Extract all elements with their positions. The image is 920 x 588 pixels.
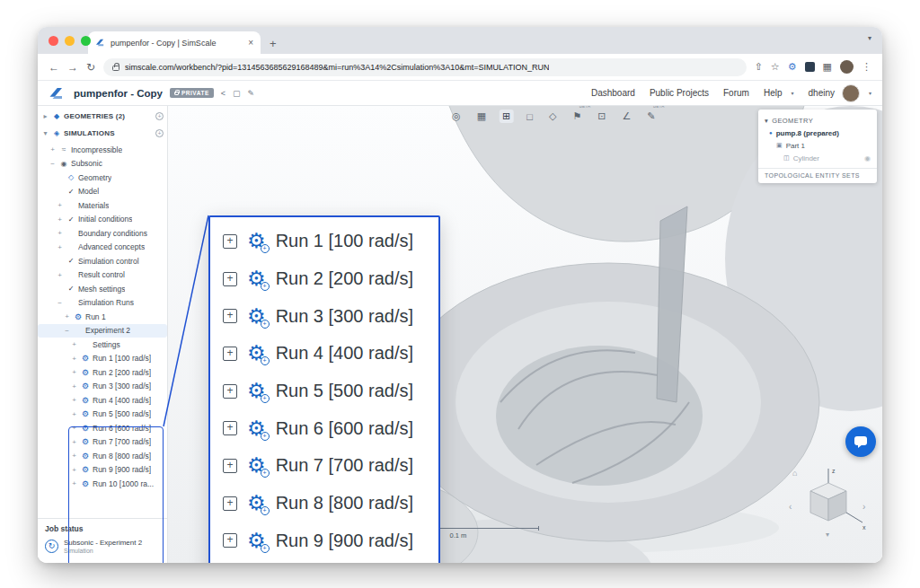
browser-profile-avatar[interactable] <box>840 60 854 74</box>
tree-item-initial-conditions[interactable]: +✓Initial conditions <box>38 213 167 227</box>
zoom-window-button[interactable] <box>81 36 91 46</box>
address-bar[interactable]: simscale.com/workbench/?pid=131456368562… <box>103 58 747 76</box>
reload-icon[interactable]: ↻ <box>86 61 95 74</box>
orientation-icon[interactable]: ◎ <box>449 110 464 123</box>
tree-item-run-9-900-rad-s[interactable]: +⚙Run 9 [900 rad/s] <box>38 463 167 478</box>
expander-plus-icon[interactable]: + <box>70 382 78 391</box>
tree-item-simulation-runs[interactable]: −Simulation Runs <box>38 296 167 311</box>
section-view-icon[interactable]: ◇ <box>546 110 559 123</box>
expander-plus-icon[interactable]: + <box>56 215 64 224</box>
expander-minus-icon[interactable]: − <box>63 327 71 335</box>
tree-item-settings[interactable]: +Settings <box>38 338 167 352</box>
tree-item-advanced-concepts[interactable]: +Advanced concepts <box>38 241 167 255</box>
rotate-left-icon[interactable]: ‹ <box>789 502 792 512</box>
share-icon[interactable]: ⇧ <box>755 61 763 73</box>
expander-plus-icon[interactable]: + <box>70 424 78 432</box>
tree-item-simulations[interactable]: ▾◈SIMULATIONS+ <box>38 127 167 141</box>
tree-item-experiment-2[interactable]: −Experiment 2 <box>38 324 167 338</box>
expander-chevron-right-icon[interactable]: ▸ <box>41 112 49 120</box>
tree-item-run-5-500-rad-s[interactable]: +⚙Run 5 [500 rad/s] <box>38 408 167 422</box>
tab-close-button[interactable]: × <box>248 38 253 48</box>
expander-plus-icon[interactable]: + <box>63 312 71 320</box>
minimize-window-button[interactable] <box>65 36 75 46</box>
edit-project-icon[interactable]: ✎ <box>248 89 255 98</box>
extension-gear-icon[interactable]: ⚙ <box>788 61 797 73</box>
new-tab-button[interactable]: + <box>270 38 277 49</box>
topological-entity-sets-header[interactable]: TOPOLOGICAL ENTITY SETS <box>758 168 877 183</box>
expander-chevron-down-icon[interactable]: ▾ <box>41 129 49 137</box>
expander-plus-icon[interactable]: + <box>56 229 64 237</box>
probe-point-icon[interactable]: ⚑BETA <box>570 110 584 123</box>
extension-square-icon[interactable] <box>805 62 815 72</box>
tree-item-run-1[interactable]: +⚙Run 1 <box>38 310 167 324</box>
tree-item-simulation-control[interactable]: ✓Simulation control <box>38 254 167 268</box>
expander-plus-icon[interactable]: + <box>70 410 78 418</box>
expander-plus-icon[interactable]: + <box>56 271 64 279</box>
geometry-item-cylinder[interactable]: ◫ Cylinder ◉ <box>758 152 877 164</box>
nav-username[interactable]: dheiny <box>809 88 835 98</box>
tree-item-run-10-1000-ra[interactable]: +⚙Run 10 [1000 ra... <box>38 477 167 491</box>
expander-plus-icon[interactable]: + <box>70 368 78 376</box>
forward-icon[interactable]: → <box>67 61 78 74</box>
expander-plus-icon[interactable]: + <box>70 452 78 460</box>
measure-icon[interactable]: ∠ <box>619 110 633 123</box>
nav-dashboard[interactable]: Dashboard <box>591 88 635 98</box>
bookmark-star-icon[interactable]: ☆ <box>771 61 780 73</box>
tree-item-run-1-100-rad-s[interactable]: +⚙Run 1 [100 rad/s] <box>38 352 167 366</box>
tree-item-geometry[interactable]: ◇Geometry <box>38 171 167 185</box>
collapse-chevron-icon[interactable]: ▾ <box>765 117 768 125</box>
add-button[interactable]: + <box>155 129 164 137</box>
annotate-icon[interactable]: ✎BETA <box>644 110 658 123</box>
tree-item-run-6-600-rad-s[interactable]: +⚙Run 6 [600 rad/s] <box>38 421 167 435</box>
close-window-button[interactable] <box>49 36 58 46</box>
rotate-right-icon[interactable]: › <box>862 502 865 512</box>
tree-item-run-3-300-rad-s[interactable]: +⚙Run 3 [300 rad/s] <box>38 380 167 394</box>
extensions-puzzle-icon[interactable]: ▦ <box>823 61 832 73</box>
user-avatar[interactable] <box>842 84 860 102</box>
expander-plus-icon[interactable]: + <box>56 243 64 251</box>
tree-item-materials[interactable]: +Materials <box>38 198 167 213</box>
expander-plus-icon[interactable]: + <box>49 145 57 154</box>
tree-item-boundary-conditions[interactable]: +Boundary conditions <box>38 226 167 241</box>
tree-item-result-control[interactable]: +Result control <box>38 268 167 283</box>
wireframe-view-icon[interactable]: □ <box>524 110 535 123</box>
expander-minus-icon[interactable]: − <box>56 299 64 307</box>
expander-plus-icon[interactable]: + <box>70 340 78 348</box>
expander-plus-icon[interactable]: + <box>70 438 78 446</box>
tree-item-mesh-settings[interactable]: ✓Mesh settings <box>38 282 167 296</box>
support-chat-button[interactable] <box>845 426 876 457</box>
expander-plus-icon[interactable]: + <box>70 355 78 363</box>
tree-item-run-7-700-rad-s[interactable]: +⚙Run 7 [700 rad/s] <box>38 435 167 450</box>
expander-minus-icon[interactable]: − <box>49 160 57 168</box>
view-cube[interactable]: ⌂ ‹ › ▾ z x <box>787 463 870 539</box>
tree-item-run-8-800-rad-s[interactable]: +⚙Run 8 [800 rad/s] <box>38 449 167 463</box>
expander-plus-icon[interactable]: + <box>70 479 78 487</box>
geometry-item-part1[interactable]: ▣ Part 1 <box>758 139 877 152</box>
expander-plus-icon[interactable]: + <box>70 396 78 404</box>
tab-search-chevron-icon[interactable]: ▾ <box>868 34 871 42</box>
copy-project-icon[interactable]: ▢ <box>233 89 241 98</box>
box-select-icon[interactable]: ⊡ <box>595 110 608 123</box>
mesh-view-icon[interactable]: ▦ <box>474 110 489 123</box>
add-button[interactable]: + <box>155 112 164 120</box>
tree-item-model[interactable]: ✓Model <box>38 185 167 199</box>
tree-item-geometries-2[interactable]: ▸◆GEOMETRIES (2)+ <box>38 110 167 124</box>
geometry-item-pump[interactable]: ● pump.8 (prepared) <box>758 127 877 139</box>
solid-view-icon[interactable]: ⊞ <box>500 110 513 123</box>
expander-plus-icon[interactable]: + <box>56 201 64 209</box>
geometry-panel-header[interactable]: ▾ GEOMETRY <box>758 114 877 127</box>
browser-tab[interactable]: pumpenfor - Copy | SimScale × <box>88 31 261 54</box>
nav-public-projects[interactable]: Public Projects <box>650 88 709 98</box>
tree-item-incompressible[interactable]: +≈Incompressible <box>38 143 167 157</box>
user-menu-chevron-icon[interactable]: ▾ <box>869 90 871 96</box>
share-project-icon[interactable]: < <box>221 89 226 98</box>
tree-item-run-2-200-rad-s[interactable]: +⚙Run 2 [200 rad/s] <box>38 365 167 380</box>
home-icon[interactable]: ⌂ <box>792 469 797 478</box>
rotate-down-icon[interactable]: ▾ <box>826 531 829 539</box>
nav-help[interactable]: Help <box>764 88 783 98</box>
nav-forum[interactable]: Forum <box>723 88 749 98</box>
browser-menu-icon[interactable]: ⋮ <box>862 61 871 73</box>
tree-item-run-4-400-rad-s[interactable]: +⚙Run 4 [400 rad/s] <box>38 393 167 408</box>
back-icon[interactable]: ← <box>49 61 59 74</box>
job-status-card[interactable]: ↻ Subsonic - Experiment 2 Simulation <box>45 539 160 554</box>
